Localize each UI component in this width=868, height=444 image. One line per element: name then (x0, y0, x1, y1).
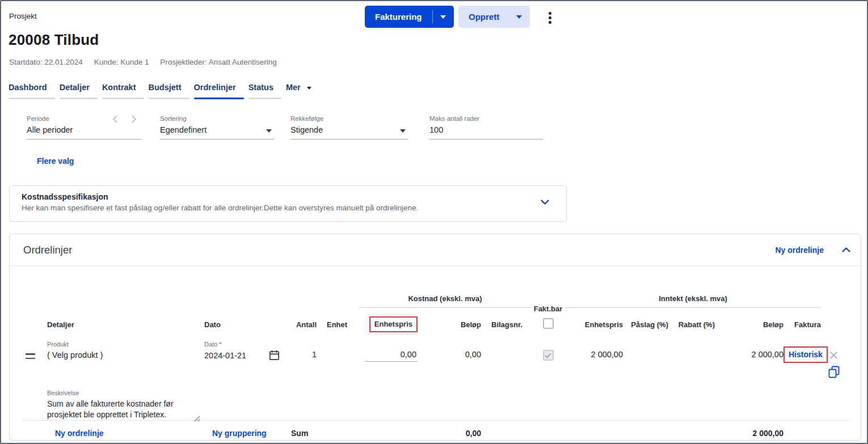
col-paslag: Påslag (%) (623, 320, 668, 334)
sum-inntekt-value: 2 000,00 (715, 429, 783, 438)
beskrivelse-text: Sum av alle fakturerte kostnader før pro… (47, 399, 174, 419)
produkt-label: Produkt (47, 341, 204, 348)
tab-status[interactable]: Status (248, 83, 273, 99)
col-belop-kostnad: Beløp (418, 320, 481, 334)
col-faktbar-checkbox-cell (531, 318, 565, 334)
chevron-down-icon (307, 87, 311, 90)
drag-handle-cell (23, 339, 47, 378)
group-header-faktbar: Fakt.bar (531, 305, 565, 318)
breadcrumb[interactable]: Prosjekt (9, 12, 37, 20)
flere-valg-link[interactable]: Flere valg (37, 157, 74, 166)
beskrivelse-label: Beskrivelse (47, 390, 291, 397)
kostnadsspesifikasjon-description: Her kan man spesifisere et fast påslag o… (22, 204, 532, 212)
kebab-menu-icon[interactable] (547, 11, 553, 25)
chevron-down-icon (440, 15, 446, 19)
group-header-kostnad: Kostnad (ekskl. mva) (359, 294, 531, 308)
dato-input[interactable]: 2024-01-21 (204, 350, 246, 361)
historisk-link[interactable]: Historisk (789, 350, 823, 359)
ny-ordrelinje-link-header[interactable]: Ny ordrelinje (775, 246, 824, 255)
fakturering-button-label: Fakturering (375, 12, 422, 22)
chevron-down-icon (266, 129, 272, 133)
sortering-dropdown[interactable]: Sortering Egendefinert (160, 115, 274, 139)
col-detaljer: Detaljer (47, 320, 204, 334)
belop-inntekt-value: 2 000,00 (715, 339, 783, 378)
tab-budsjett[interactable]: Budsjett (149, 83, 182, 99)
tab-dashbord[interactable]: Dashbord (9, 83, 47, 99)
tab-label: Dashbord (9, 83, 47, 92)
tab-bar: Dashbord Detaljer Kontrakt Budsjett Ordr… (9, 83, 311, 99)
col-enhetspris-inntekt: Enhetspris (565, 320, 623, 334)
col-enhetspris-kostnad-label: Enhetspris (374, 320, 412, 328)
meta-startdato: Startdato: 22.01.2024 (9, 58, 83, 66)
copy-row-icon[interactable] (828, 366, 840, 378)
faktbar-checkbox[interactable] (543, 350, 554, 361)
ny-ordrelinje-cell: Ny ordrelinje (47, 428, 204, 438)
col-bilagsnr: Bilagsnr. (481, 320, 531, 334)
page-title: 20008 Tilbud (9, 31, 99, 49)
enhetspris-highlight-box: Enhetspris (369, 316, 418, 332)
ny-ordrelinje-link[interactable]: Ny ordrelinje (55, 429, 104, 438)
enhetspris-kostnad-input[interactable] (365, 350, 418, 362)
periode-field[interactable]: Periode Alle perioder (27, 115, 141, 139)
ordrelinjer-card: Ordrelinjer Ny ordrelinje Kostnad (ekskl… (9, 234, 861, 441)
maks-antall-rader-input[interactable] (429, 125, 543, 134)
resize-handle-icon[interactable] (194, 416, 200, 422)
produkt-select[interactable]: ( Velg produkt ) (47, 350, 204, 360)
tab-mer[interactable]: Mer (286, 83, 311, 99)
tab-label: Kontrakt (102, 83, 136, 92)
tab-label: Status (248, 83, 273, 92)
sortering-value: Egendefinert (160, 125, 274, 135)
enhetspris-inntekt-value[interactable]: 2 000,00 (565, 339, 623, 378)
tab-label: Ordrelinjer (194, 83, 236, 92)
fakturering-button[interactable]: Fakturering (365, 6, 454, 28)
tab-kontrakt[interactable]: Kontrakt (102, 83, 136, 99)
chevron-left-icon[interactable] (111, 114, 119, 126)
maks-antall-rader-field: Maks antall rader (429, 115, 543, 139)
chevron-right-icon[interactable] (130, 114, 138, 126)
meta-prosjektleder: Prosjektleder: Ansatt Autentisering (160, 58, 277, 66)
opprett-button[interactable]: Opprett (458, 6, 530, 28)
maks-antall-rader-label: Maks antall rader (429, 115, 543, 122)
chevron-down-icon (516, 15, 522, 19)
chevron-down-icon[interactable] (541, 200, 549, 205)
tab-label: Mer (286, 83, 301, 92)
row-actions (821, 339, 846, 378)
drag-handle-icon[interactable] (26, 353, 35, 359)
col-enhet: Enhet (317, 320, 359, 334)
group-header-inntekt: Inntekt (ekskl. mva) (565, 294, 821, 308)
tab-detaljer[interactable]: Detaljer (60, 83, 90, 99)
ordrelinjer-table: Kostnad (ekskl. mva) Fakt.bar Inntekt (e… (10, 266, 861, 444)
sum-kostnad-value: 0,00 (418, 429, 481, 438)
beskrivelse-row: Beskrivelse Sum av alle fakturerte kostn… (23, 387, 852, 420)
delete-row-icon[interactable] (829, 351, 838, 360)
faktbar-cell (531, 339, 565, 378)
enhetspris-kostnad-cell (359, 339, 418, 378)
calendar-icon[interactable] (269, 350, 280, 361)
col-faktura: Faktura (783, 320, 821, 334)
faktura-cell: Historisk (783, 339, 821, 378)
periode-value: Alle perioder (27, 125, 141, 135)
col-belop-inntekt: Beløp (715, 320, 783, 334)
produkt-cell: Produkt ( Velg produkt ) (47, 339, 204, 378)
ordrelinjer-title: Ordrelinjer (23, 244, 72, 256)
kostnadsspesifikasjon-title: Kostnadsspesifikasjon (22, 192, 532, 201)
project-meta: Startdato: 22.01.2024 Kunde: Kunde 1 Pro… (9, 58, 286, 66)
table-footer-row: Ny ordrelinje Ny gruppering Sum 0,00 2 0… (23, 420, 852, 444)
faktbar-select-all-checkbox[interactable] (543, 318, 554, 329)
table-header-row: Detaljer Dato Antall Enhet Enhetspris Be… (23, 308, 852, 334)
ny-gruppering-link[interactable]: Ny gruppering (212, 429, 267, 438)
col-antall: Antall (291, 320, 317, 334)
chevron-up-icon[interactable] (842, 247, 850, 252)
rekkefolge-dropdown[interactable]: Rekkefølge Stigende (290, 115, 408, 139)
chevron-down-icon (400, 129, 406, 133)
meta-kunde: Kunde: Kunde 1 (94, 58, 149, 66)
antall-value[interactable]: 1 (291, 339, 317, 378)
kostnadsspesifikasjon-card: Kostnadsspesifikasjon Her kan man spesif… (9, 185, 567, 222)
tab-ordrelinjer[interactable]: Ordrelinjer (194, 83, 236, 99)
belop-kostnad-value: 0,00 (418, 339, 481, 378)
rekkefolge-value: Stigende (290, 125, 408, 135)
beskrivelse-textarea[interactable]: Sum av alle fakturerte kostnader før pro… (47, 399, 193, 420)
tab-label: Detaljer (60, 83, 90, 92)
rekkefolge-label: Rekkefølge (290, 115, 408, 122)
ny-gruppering-cell: Ny gruppering (204, 428, 291, 438)
